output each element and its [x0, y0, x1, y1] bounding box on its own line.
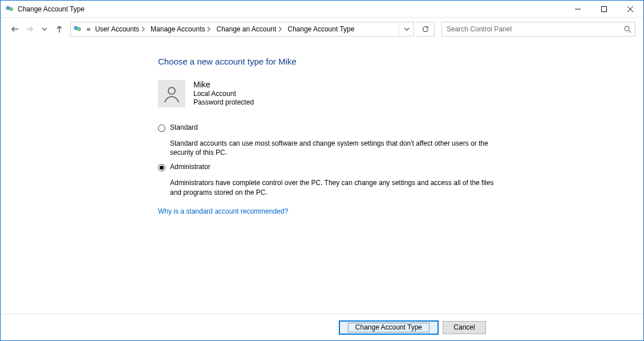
page-heading: Choose a new account type for Mike — [158, 57, 643, 66]
forward-button[interactable] — [23, 22, 36, 36]
search-box[interactable] — [442, 22, 635, 37]
svg-point-9 — [168, 87, 175, 94]
recent-locations-button[interactable] — [38, 22, 51, 36]
account-status: Password protected — [193, 98, 254, 106]
maximize-button[interactable] — [591, 1, 617, 18]
address-bar[interactable]: « User Accounts Manage Accounts Change a… — [70, 22, 414, 37]
svg-point-7 — [78, 27, 81, 31]
breadcrumb-item[interactable]: Change an Account — [214, 25, 285, 33]
help-link-standard-recommended[interactable]: Why is a standard account recommended? — [158, 207, 288, 215]
breadcrumb-item[interactable]: Change Account Type — [285, 25, 357, 33]
option-description: Standard accounts can use most software … — [170, 139, 501, 157]
breadcrumb-item[interactable]: Manage Accounts — [148, 25, 214, 33]
option-description: Administrators have complete control ove… — [170, 178, 501, 196]
back-button[interactable] — [9, 22, 21, 36]
breadcrumb-item[interactable]: User Accounts — [93, 25, 148, 33]
svg-point-8 — [625, 26, 629, 31]
breadcrumb-overflow[interactable]: « — [84, 25, 93, 33]
option-label: Administrator — [170, 163, 489, 171]
account-kind: Local Account — [193, 90, 254, 98]
option-standard[interactable]: Standard — [158, 123, 489, 132]
radio-administrator[interactable] — [158, 164, 165, 171]
cancel-button[interactable]: Cancel — [443, 321, 486, 334]
account-summary: Mike Local Account Password protected — [158, 80, 643, 107]
avatar — [158, 80, 185, 107]
chevron-right-icon — [140, 26, 146, 32]
navigation-bar: « User Accounts Manage Accounts Change a… — [1, 18, 643, 41]
account-name: Mike — [193, 80, 254, 89]
minimize-button[interactable] — [565, 1, 591, 18]
option-administrator[interactable]: Administrator — [158, 163, 489, 171]
svg-point-6 — [74, 26, 78, 30]
chevron-right-icon — [277, 26, 283, 32]
button-bar: Change Account Type Cancel — [1, 314, 643, 340]
change-account-type-button[interactable]: Change Account Type — [339, 321, 438, 334]
option-label: Standard — [170, 123, 489, 131]
search-input[interactable] — [445, 25, 623, 34]
close-button[interactable] — [617, 1, 643, 18]
svg-rect-3 — [602, 6, 607, 11]
up-button[interactable] — [53, 22, 66, 36]
window-frame: Change Account Type — [0, 0, 644, 341]
user-accounts-icon — [5, 5, 14, 14]
refresh-button[interactable] — [416, 22, 435, 37]
svg-point-1 — [10, 7, 13, 11]
search-icon — [623, 25, 631, 33]
user-accounts-icon — [73, 25, 82, 34]
address-dropdown-button[interactable] — [399, 22, 414, 36]
window-title: Change Account Type — [18, 5, 84, 13]
radio-standard[interactable] — [158, 125, 165, 132]
content-area: Choose a new account type for Mike Mike … — [1, 41, 643, 340]
svg-point-0 — [6, 6, 10, 10]
titlebar: Change Account Type — [1, 1, 643, 18]
chevron-right-icon — [206, 26, 212, 32]
